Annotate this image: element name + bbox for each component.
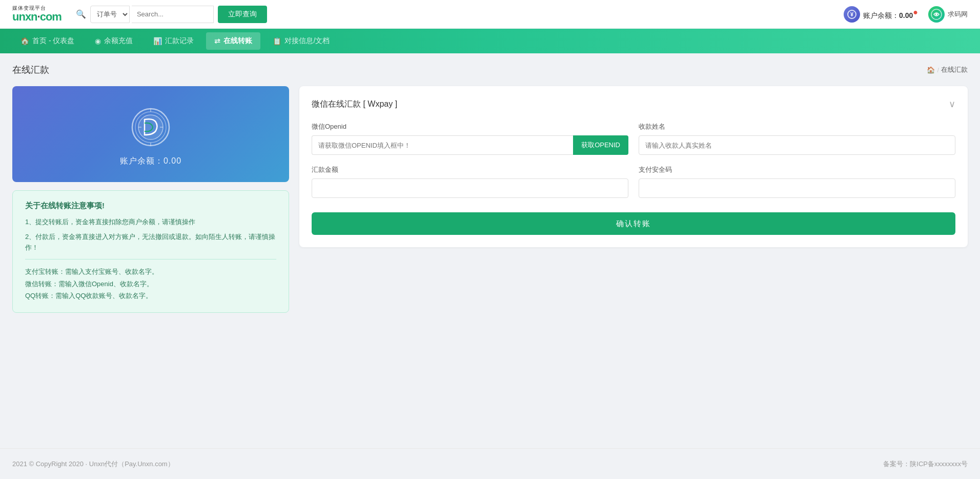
search-icon: 🔍 <box>74 9 88 19</box>
nav-label-history: 汇款记录 <box>165 36 194 46</box>
breadcrumb-current: 在线汇款 <box>941 65 968 74</box>
footer-icp: 备案号：陕ICP备xxxxxxxx号 <box>883 460 968 469</box>
home-icon: 🏠 <box>21 37 29 45</box>
panel-header: 微信在线汇款 [ Wxpay ] ∨ <box>312 98 955 110</box>
confirm-transfer-button[interactable]: 确认转账 <box>312 212 955 235</box>
svg-point-3 <box>935 13 937 15</box>
right-panel: 微信在线汇款 [ Wxpay ] ∨ 微信Openid 获取OPENID 收款姓… <box>299 86 968 247</box>
balance-label: 账户余额：0.00● <box>863 8 918 21</box>
recharge-icon: ◉ <box>95 37 101 45</box>
nav-item-history[interactable]: 📊 汇款记录 <box>145 32 202 50</box>
openid-group: 微信Openid 获取OPENID <box>312 122 628 155</box>
search-input[interactable] <box>132 6 214 23</box>
breadcrumb-bar: 在线汇款 🏠 / 在线汇款 <box>12 64 968 76</box>
qiuma-logo <box>928 6 945 23</box>
amount-label: 汇款金额 <box>312 165 628 174</box>
notice-title: 关于在线转账注意事项! <box>25 201 276 211</box>
account-balance-label: 账户余额：0.00 <box>120 156 181 167</box>
header: 媒体变现平台 unxn·com 🔍 订单号 立即查询 ¥ 账户余额：0.00● <box>0 0 980 29</box>
account-card: 账户余额：0.00 <box>12 86 289 182</box>
form-row-2: 汇款金额 支付安全码 <box>312 165 955 198</box>
security-input[interactable] <box>639 178 955 198</box>
account-logo-svg <box>130 107 171 148</box>
search-area: 🔍 订单号 立即查询 <box>74 6 267 23</box>
logo: 媒体变现平台 unxn·com <box>12 5 62 23</box>
notice-extra-2: 微信转账：需输入微信Openid、收款名字。 <box>25 278 276 290</box>
collapse-button[interactable]: ∨ <box>949 98 955 110</box>
page-title: 在线汇款 <box>12 64 49 76</box>
nav-label-docs: 对接信息/文档 <box>284 36 330 46</box>
amount-input[interactable] <box>312 178 628 198</box>
search-button[interactable]: 立即查询 <box>218 6 267 23</box>
amount-group: 汇款金额 <box>312 165 628 198</box>
svg-text:¥: ¥ <box>850 11 854 17</box>
qiuma-label: 求码网 <box>948 10 968 19</box>
security-group: 支付安全码 <box>639 165 955 198</box>
nav-item-docs[interactable]: 📋 对接信息/文档 <box>264 32 338 50</box>
receiver-label: 收款姓名 <box>639 122 955 131</box>
footer: 2021 © CopyRight 2020 · Unxn代付（Pay.Unxn.… <box>0 448 980 479</box>
balance-badge: ¥ 账户余额：0.00● <box>844 6 918 23</box>
nav-item-transfer[interactable]: ⇄ 在线转账 <box>206 32 260 50</box>
header-right: ¥ 账户余额：0.00● 求码网 <box>844 6 968 23</box>
notice-item-1: 1、提交转账后，资金将直接扣除您商户余额，请谨慎操作 <box>25 217 276 228</box>
notice-item-2: 2、付款后，资金将直接进入对方账户，无法撤回或退款。如向陌生人转账，请谨慎操作！ <box>25 232 276 253</box>
receiver-input[interactable] <box>639 135 955 155</box>
main-row: 账户余额：0.00 关于在线转账注意事项! 1、提交转账后，资金将直接扣除您商户… <box>12 86 968 313</box>
notice-extra: 支付宝转账：需输入支付宝账号、收款名字。 微信转账：需输入微信Openid、收款… <box>25 266 276 302</box>
left-panel: 账户余额：0.00 关于在线转账注意事项! 1、提交转账后，资金将直接扣除您商户… <box>12 86 289 313</box>
notice-card: 关于在线转账注意事项! 1、提交转账后，资金将直接扣除您商户余额，请谨慎操作 2… <box>12 190 289 313</box>
logo-bottom-text: unxn·com <box>12 11 62 23</box>
notice-divider <box>25 259 276 260</box>
nav-label-recharge: 余额充值 <box>104 36 133 46</box>
docs-icon: 📋 <box>273 37 281 45</box>
openid-input-group: 获取OPENID <box>312 135 628 155</box>
openid-label: 微信Openid <box>312 122 628 131</box>
openid-input[interactable] <box>312 135 573 155</box>
page-content: 在线汇款 🏠 / 在线汇款 <box>0 53 980 448</box>
transfer-icon: ⇄ <box>214 37 220 45</box>
breadcrumb-home-icon: 🏠 <box>927 66 935 74</box>
nav-item-recharge[interactable]: ◉ 余额充值 <box>87 32 141 50</box>
search-type-select[interactable]: 订单号 <box>90 6 130 23</box>
breadcrumb: 🏠 / 在线汇款 <box>927 65 968 74</box>
receiver-group: 收款姓名 <box>639 122 955 155</box>
logo-green: com <box>40 10 62 23</box>
balance-icon: ¥ <box>844 6 860 23</box>
nav-bar: 🏠 首页 - 仪表盘 ◉ 余额充值 📊 汇款记录 ⇄ 在线转账 📋 对接信息/文… <box>0 29 980 53</box>
form-row-1: 微信Openid 获取OPENID 收款姓名 <box>312 122 955 155</box>
history-icon: 📊 <box>153 37 162 45</box>
nav-label-transfer: 在线转账 <box>223 36 252 46</box>
logo-black: unxn <box>12 10 37 23</box>
panel-title: 微信在线汇款 [ Wxpay ] <box>312 99 397 110</box>
get-openid-button[interactable]: 获取OPENID <box>573 135 628 155</box>
notice-extra-1: 支付宝转账：需输入支付宝账号、收款名字。 <box>25 266 276 277</box>
footer-copyright: 2021 © CopyRight 2020 · Unxn代付（Pay.Unxn.… <box>12 460 174 469</box>
security-label: 支付安全码 <box>639 165 955 174</box>
qiuma-button[interactable]: 求码网 <box>928 6 968 23</box>
nav-item-home[interactable]: 🏠 首页 - 仪表盘 <box>12 32 83 50</box>
nav-label-home: 首页 - 仪表盘 <box>32 36 74 46</box>
notice-extra-3: QQ转账：需输入QQ收款账号、收款名字。 <box>25 290 276 302</box>
